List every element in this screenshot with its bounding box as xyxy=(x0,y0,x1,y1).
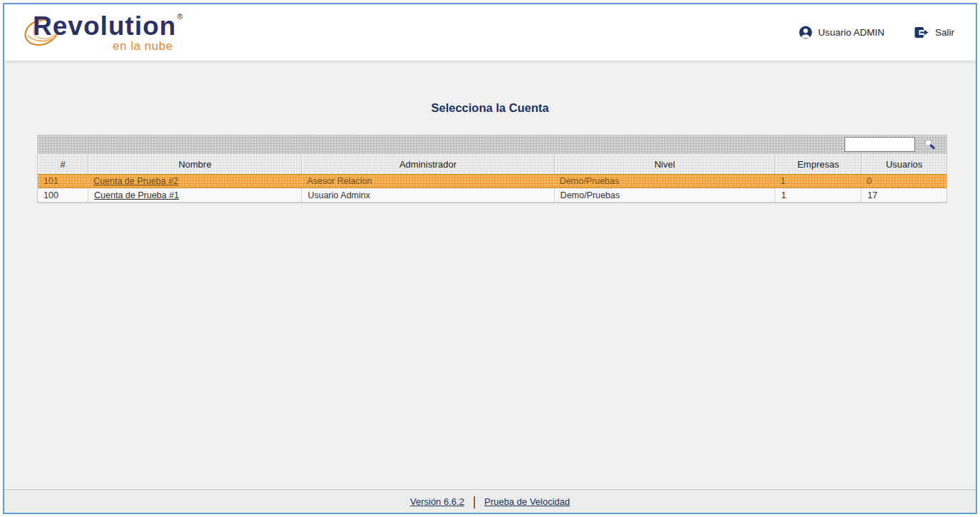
brand-name: Revolution xyxy=(33,11,176,41)
registered-mark: ® xyxy=(177,12,183,21)
cell-num: 101 xyxy=(38,174,88,188)
current-user: Usuario ADMIN xyxy=(799,26,884,39)
cell-administrador: Usuario Adminx xyxy=(301,188,553,203)
column-header-usuarios[interactable]: Usuarios xyxy=(861,154,946,174)
cell-num: 100 xyxy=(38,188,88,203)
cell-empresas: 1 xyxy=(775,188,861,203)
user-circle-icon xyxy=(799,26,812,39)
page-title: Selecciona la Cuenta xyxy=(4,101,976,115)
cell-nivel: Demo/Pruebas xyxy=(554,174,775,188)
accounts-table: # Nombre Administrador Nivel Empresas Us… xyxy=(37,154,947,203)
cell-usuarios: 0 xyxy=(861,174,946,188)
search-icon[interactable] xyxy=(924,138,936,150)
brand-logo: Revolution® en la nube xyxy=(23,13,183,52)
table-row[interactable]: 101 Cuenta de Prueba #2 Asesor Relacion … xyxy=(38,174,946,188)
account-link[interactable]: Cuenta de Prueba #2 xyxy=(93,176,178,186)
column-header-num[interactable]: # xyxy=(38,154,88,174)
column-header-administrador[interactable]: Administrador xyxy=(301,154,553,174)
version-link[interactable]: Versión 6.6.2 xyxy=(410,496,464,507)
cell-nombre: Cuenta de Prueba #1 xyxy=(88,188,301,203)
table-header-row: # Nombre Administrador Nivel Empresas Us… xyxy=(38,154,946,174)
cell-usuarios: 17 xyxy=(861,188,946,203)
logout-label: Salir xyxy=(935,27,954,38)
logout-button[interactable]: Salir xyxy=(914,26,954,39)
column-header-nivel[interactable]: Nivel xyxy=(554,154,775,174)
main-content: Selecciona la Cuenta # Nombre xyxy=(4,61,976,489)
app-window: Revolution® en la nube Usuario ADMIN xyxy=(3,3,977,514)
app-header: Revolution® en la nube Usuario ADMIN xyxy=(4,4,976,61)
header-actions: Usuario ADMIN Salir xyxy=(799,26,954,39)
column-header-nombre[interactable]: Nombre xyxy=(88,154,301,174)
logout-icon xyxy=(914,26,929,39)
table-row[interactable]: 100 Cuenta de Prueba #1 Usuario Adminx D… xyxy=(38,188,946,203)
accounts-grid: # Nombre Administrador Nivel Empresas Us… xyxy=(37,135,947,203)
account-link[interactable]: Cuenta de Prueba #1 xyxy=(94,190,179,200)
column-header-empresas[interactable]: Empresas xyxy=(775,154,861,174)
cell-administrador: Asesor Relacion xyxy=(301,174,553,188)
cell-nombre: Cuenta de Prueba #2 xyxy=(88,174,301,188)
user-label: Usuario ADMIN xyxy=(818,27,884,38)
grid-toolbar xyxy=(37,135,947,154)
cell-empresas: 1 xyxy=(775,174,861,188)
footer-separator: | xyxy=(473,493,476,509)
speed-test-link[interactable]: Prueba de Velocidad xyxy=(484,496,570,507)
cell-nivel: Demo/Pruebas xyxy=(554,188,775,203)
app-footer: Versión 6.6.2 | Prueba de Velocidad xyxy=(4,489,976,513)
search-input[interactable] xyxy=(844,137,915,152)
